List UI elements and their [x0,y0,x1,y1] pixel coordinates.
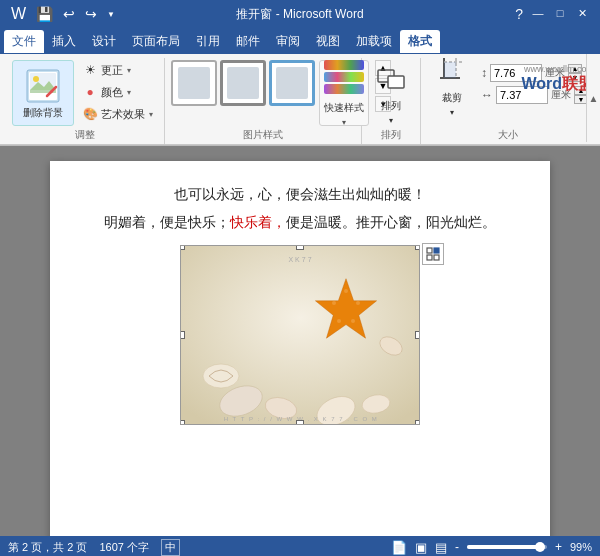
picture-style-1[interactable] [171,60,217,106]
picture-style-2[interactable] [220,60,266,106]
zoom-thumb [535,542,545,552]
zoom-in-button[interactable]: + [555,540,562,554]
handle-bottom-right[interactable] [415,420,420,425]
svg-point-22 [344,289,348,293]
window-controls: ? — □ ✕ [512,4,592,24]
menu-view[interactable]: 视图 [308,30,348,53]
svg-point-23 [356,301,360,305]
ribbon-group-arrange: 排列 ▾ 排列 [362,58,421,144]
crop-label: 裁剪 [442,91,462,105]
document-area: 也可以永远，心，便会滋生出灿灿的暖！ 明媚着，便是快乐；快乐着，便是温暖。推开心… [0,146,600,536]
menu-layout[interactable]: 页面布局 [124,30,188,53]
menu-addins[interactable]: 加载项 [348,30,400,53]
handle-bottom-left[interactable] [180,420,185,425]
document-page: 也可以永远，心，便会滋生出灿灿的暖！ 明媚着，便是快乐；快乐着，便是温暖。推开心… [50,161,550,536]
ribbon-collapse-btn[interactable]: ▲ [586,54,600,142]
adjust-group-label: 调整 [12,126,158,144]
menu-insert[interactable]: 插入 [44,30,84,53]
corrections-label: 更正 [101,63,123,78]
menu-references[interactable]: 引用 [188,30,228,53]
document-image[interactable]: XK77 H T T P : / / W W W . X K 7 7 . C O… [180,245,420,425]
corrections-button[interactable]: ☀ 更正 ▾ [78,60,158,80]
adjust-small-buttons: ☀ 更正 ▾ ● 颜色 ▾ 🎨 艺术效果 ▾ [78,60,158,124]
arrange-icon [375,62,407,96]
quick-style-label: 快速样式 [324,101,364,115]
collapse-arrow-icon: ▲ [589,93,599,104]
ribbon-content: 删除背景 ☀ 更正 ▾ ● 颜色 ▾ 🎨 [0,54,600,145]
document-text-line2: 明媚着，便是快乐；快乐着，便是温暖。推开心窗，阳光灿烂。 [90,209,510,237]
delete-background-button[interactable]: 删除背景 [12,60,74,126]
ribbon-group-picture-styles: 快速样式 ▾ ▲ ▼ ▾ 图片样式 [165,58,362,144]
art-effects-button[interactable]: 🎨 艺术效果 ▾ [78,104,158,124]
zoom-track [467,545,539,549]
color-button[interactable]: ● 颜色 ▾ [78,82,158,102]
dropdown-quick-btn[interactable]: ▼ [104,8,118,21]
zoom-out-button[interactable]: - [455,540,459,554]
svg-rect-31 [434,248,439,253]
menu-review[interactable]: 审阅 [268,30,308,53]
view-mode-print[interactable]: 📄 [391,540,407,555]
handle-mid-left[interactable] [180,331,185,339]
watermark-brand: Word联盟 [521,74,594,95]
handle-top-left[interactable] [180,245,185,250]
image-container: XK77 H T T P : / / W W W . X K 7 7 . C O… [90,245,510,425]
beach-scene-svg: XK77 H T T P : / / W W W . X K 7 7 . C O… [181,246,420,425]
color-label: 颜色 [101,85,123,100]
undo-quick-btn[interactable]: ↩ [60,4,78,24]
crop-icon [436,54,468,88]
quick-access-toolbar: W 💾 ↩ ↪ ▼ [8,3,118,25]
corrections-dropdown-arrow: ▾ [127,66,131,75]
menu-mailings[interactable]: 邮件 [228,30,268,53]
image-wrapper: XK77 H T T P : / / W W W . X K 7 7 . C O… [180,245,420,425]
svg-point-24 [332,301,336,305]
svg-point-3 [33,76,39,82]
svg-rect-8 [388,76,404,88]
view-mode-web[interactable]: ▣ [415,540,427,555]
size-group-label: 大小 [427,126,588,144]
delete-bg-icon [25,68,61,104]
size-group-content: 裁剪 ▾ ↕ 厘米 ▲ ▼ ↔ [427,60,588,126]
handle-bottom-mid[interactable] [296,420,304,425]
color-dropdown-arrow: ▾ [127,88,131,97]
status-bar: 第 2 页，共 2 页 1607 个字 中 📄 ▣ ▤ - + 99% [0,536,600,556]
art-effects-icon: 🎨 [83,107,97,121]
minimize-button[interactable]: — [528,4,548,22]
menu-file[interactable]: 文件 [4,30,44,53]
handle-top-right[interactable] [415,245,420,250]
adjust-group-content: 删除背景 ☀ 更正 ▾ ● 颜色 ▾ 🎨 [12,60,158,126]
picture-style-3[interactable] [269,60,315,106]
arrange-dropdown: ▾ [389,116,393,125]
layout-options-button[interactable] [422,243,444,265]
svg-rect-13 [444,62,456,78]
zoom-slider[interactable] [467,545,547,549]
ribbon-group-adjust: 删除背景 ☀ 更正 ▾ ● 颜色 ▾ 🎨 [6,58,165,144]
view-mode-outline[interactable]: ▤ [435,540,447,555]
save-quick-btn[interactable]: 💾 [33,4,56,24]
ribbon-group-size: 裁剪 ▾ ↕ 厘米 ▲ ▼ ↔ [421,58,594,144]
svg-text:XK77: XK77 [288,256,313,263]
crop-button[interactable]: 裁剪 ▾ [427,60,477,110]
window-title: 推开窗 - Microsoft Word [236,6,363,23]
picture-styles-content: 快速样式 ▾ ▲ ▼ ▾ [171,60,355,126]
maximize-button[interactable]: □ [550,4,570,22]
svg-rect-30 [427,248,432,253]
help-icon[interactable]: ? [512,4,526,24]
style-boxes-container [171,60,315,109]
redo-quick-btn[interactable]: ↪ [82,4,100,24]
arrange-label: 排列 [381,99,401,113]
close-button[interactable]: ✕ [572,4,592,22]
ribbon: 删除背景 ☀ 更正 ▾ ● 颜色 ▾ 🎨 [0,54,600,146]
height-icon: ↕ [481,66,487,80]
menu-design[interactable]: 设计 [84,30,124,53]
svg-point-26 [337,319,341,323]
handle-mid-right[interactable] [415,331,420,339]
quick-style-icon [324,60,364,94]
size-inputs-container: ↕ 厘米 ▲ ▼ ↔ 厘米 ▲ ▼ [481,64,588,104]
arrange-button[interactable]: 排列 ▾ [368,60,414,126]
menu-bar: 文件 插入 设计 页面布局 引用 邮件 审阅 视图 加载项 格式 [0,28,600,54]
zoom-level: 99% [570,541,592,553]
art-effects-dropdown-arrow: ▾ [149,110,153,119]
document-text-line1: 也可以永远，心，便会滋生出灿灿的暖！ [90,181,510,209]
handle-top-mid[interactable] [296,245,304,250]
menu-format[interactable]: 格式 [400,30,440,53]
